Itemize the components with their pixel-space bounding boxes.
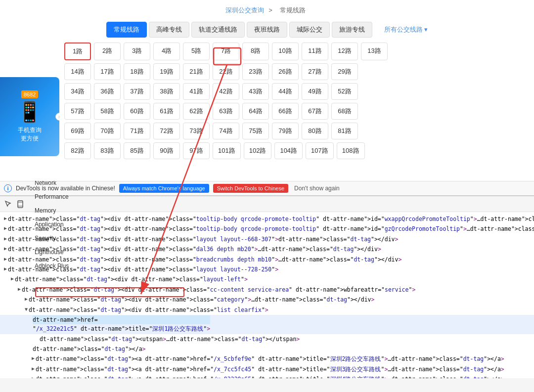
bus-line-button[interactable]: 67路	[302, 103, 328, 120]
bus-line-button[interactable]: 85路	[124, 142, 150, 159]
dt-html-line[interactable]: ▶ dt-attr-name">class="dt-tag"><div dt-a…	[0, 234, 534, 244]
dt-toggle[interactable]: ▶	[4, 245, 7, 253]
devtools-content[interactable]: ▶ dt-attr-name">class="dt-tag"><div dt-a…	[0, 212, 534, 378]
bus-line-button[interactable]: 44路	[272, 83, 299, 100]
bus-line-button[interactable]: 107路	[306, 142, 334, 159]
bus-line-button[interactable]: 83路	[94, 142, 121, 159]
bus-line-button[interactable]: 61路	[153, 103, 180, 120]
match-language-button[interactable]: Always match Chrome's language	[119, 184, 209, 193]
bus-line-button[interactable]: 4路	[153, 43, 180, 60]
dt-device-icon[interactable]	[16, 200, 25, 209]
dt-html-line[interactable]: ▶ dt-attr-name">class="dt-tag"><div dt-a…	[0, 264, 534, 274]
dt-toggle[interactable]: ▶	[18, 285, 21, 293]
bus-line-button[interactable]: 1路	[64, 43, 91, 60]
bus-line-button[interactable]: 8路	[242, 43, 269, 60]
bus-line-button[interactable]: 52路	[331, 83, 358, 100]
bus-line-button[interactable]: 64路	[242, 103, 269, 120]
tab-peak[interactable]: 高峰专线	[149, 22, 189, 38]
bus-line-button[interactable]: 38路	[153, 83, 180, 100]
bus-line-button[interactable]: 80路	[302, 123, 328, 139]
dt-html-line[interactable]: ▶ dt-attr-name">class="dt-tag"><div dt-a…	[0, 244, 534, 254]
bus-line-button[interactable]: 29路	[331, 63, 358, 80]
tab-regular[interactable]: 常规线路	[106, 22, 147, 38]
bus-line-button[interactable]: 43路	[242, 83, 269, 100]
dt-html-line[interactable]: ▶ dt-attr-name">class="dt-tag"><div dt-a…	[0, 295, 534, 305]
bus-line-button[interactable]: 63路	[213, 103, 239, 120]
bus-line-button[interactable]: 81路	[331, 123, 358, 139]
bus-line-button[interactable]: 101路	[213, 142, 241, 159]
dt-inspect-icon[interactable]	[4, 200, 13, 209]
bus-line-button[interactable]: 68路	[331, 103, 358, 120]
bus-line-button[interactable]: 49路	[302, 83, 328, 100]
dt-html-line[interactable]: ▶ dt-attr-name">class="dt-tag"><div dt-a…	[0, 214, 534, 224]
bus-line-button[interactable]: 10路	[272, 43, 299, 60]
bus-line-button[interactable]: 90路	[153, 142, 180, 159]
bus-line-button[interactable]: 79路	[272, 123, 299, 139]
dt-toggle[interactable]: ▶	[32, 365, 35, 373]
tab-tourism[interactable]: 旅游专线	[332, 22, 372, 38]
dt-toggle[interactable]: ▶	[4, 235, 7, 243]
dt-html-line[interactable]: ▶ dt-attr-name">class="dt-tag"><div dt-a…	[0, 274, 534, 284]
dt-html-line[interactable]: ▶ dt-attr-name">class="dt-tag"><a dt-att…	[0, 354, 534, 364]
dt-toggle[interactable]: ▶	[4, 255, 7, 263]
bus-line-button[interactable]: 18路	[124, 63, 150, 80]
dt-html-line[interactable]: ▶ dt-attr-name">class="dt-tag"><div dt-a…	[0, 224, 534, 234]
bus-line-button[interactable]: 75路	[242, 123, 269, 139]
dt-html-line[interactable]: dt-attr-name">class="dt-tag"></a>	[0, 344, 534, 354]
bus-line-button[interactable]: 104路	[274, 142, 303, 159]
dt-toggle[interactable]: ▶	[4, 265, 7, 273]
breadcrumb-city[interactable]: 深圳公交查询	[225, 6, 264, 14]
bus-line-button[interactable]: 2路	[94, 43, 121, 60]
dt-toggle[interactable]: ▶	[4, 215, 7, 222]
dt-html-line[interactable]: ▶ dt-attr-name">class="dt-tag"><a dt-att…	[0, 374, 534, 378]
bus-line-button[interactable]: 19路	[153, 63, 180, 80]
tab-more[interactable]: 所有公交线路 ▾	[384, 25, 428, 34]
dt-html-line[interactable]: ▶ dt-attr-name">class="dt-tag"><div dt-a…	[0, 255, 534, 264]
dt-html-line[interactable]: ▼ dt-attr-name">class="dt-tag"><div dt-a…	[0, 305, 534, 315]
bus-line-button[interactable]: 13路	[361, 43, 388, 60]
ad-expand-icon[interactable]: ›	[55, 113, 59, 121]
bus-line-button[interactable]: 3路	[124, 43, 150, 60]
bus-line-button[interactable]: 73路	[183, 123, 210, 139]
bus-line-button[interactable]: 60路	[124, 103, 150, 120]
dt-toggle[interactable]: ▶	[32, 375, 35, 378]
bus-line-button[interactable]: 72路	[153, 123, 180, 139]
dont-show-link[interactable]: Don't show again	[294, 185, 340, 192]
bus-line-button[interactable]: 5路	[183, 43, 210, 60]
tab-intercity[interactable]: 城际公交	[289, 22, 330, 38]
switch-chinese-button[interactable]: Switch DevTools to Chinese	[213, 184, 288, 193]
bus-line-button[interactable]: 66路	[272, 103, 299, 120]
bus-line-button[interactable]: 41路	[183, 83, 210, 100]
bus-line-button[interactable]: 27路	[302, 63, 328, 80]
bus-line-button[interactable]: 21路	[183, 63, 210, 80]
bus-line-button[interactable]: 57路	[64, 103, 91, 120]
dt-html-line[interactable]: ▶ dt-attr-name">class="dt-tag"><div dt-a…	[0, 285, 534, 295]
bus-line-button[interactable]: 37路	[124, 83, 150, 100]
dt-toggle[interactable]: ▼	[25, 305, 28, 313]
bus-line-button[interactable]: 70路	[94, 123, 121, 139]
bus-line-button[interactable]: 11路	[302, 43, 328, 60]
dt-toggle[interactable]: ▶	[4, 224, 7, 232]
tab-rail[interactable]: 轨道交通线路	[191, 22, 245, 38]
bus-line-button[interactable]: 36路	[94, 83, 121, 100]
bus-line-button[interactable]: 82路	[64, 142, 91, 159]
bus-line-button[interactable]: 12路	[331, 43, 358, 60]
dt-toggle[interactable]: ▶	[32, 354, 35, 362]
bus-line-button[interactable]: 71路	[124, 123, 150, 139]
bus-line-button[interactable]: 23路	[242, 63, 269, 80]
bus-line-button[interactable]: 108路	[337, 142, 365, 159]
bus-line-button[interactable]: 22路	[213, 63, 239, 80]
bus-line-button[interactable]: 97路	[183, 142, 210, 159]
bus-line-button[interactable]: 26路	[272, 63, 299, 80]
bus-line-button[interactable]: 74路	[213, 123, 239, 139]
dt-html-line[interactable]: dt-attr-name">class="dt-tag"><utspan>…dt…	[0, 334, 534, 344]
bus-line-button[interactable]: 102路	[244, 142, 272, 159]
dt-toggle[interactable]: ▶	[11, 275, 14, 283]
bus-line-button[interactable]: 62路	[183, 103, 210, 120]
bus-line-button[interactable]: 7路	[213, 43, 239, 60]
dt-html-line[interactable]: dt-attr-name">href="/x_322e21c5" dt-attr…	[0, 315, 534, 334]
dt-html-line[interactable]: ▶ dt-attr-name">class="dt-tag"><a dt-att…	[0, 364, 534, 374]
bus-line-button[interactable]: 14路	[64, 63, 91, 80]
tab-night[interactable]: 夜班线路	[247, 22, 287, 38]
bus-line-button[interactable]: 42路	[213, 83, 239, 100]
